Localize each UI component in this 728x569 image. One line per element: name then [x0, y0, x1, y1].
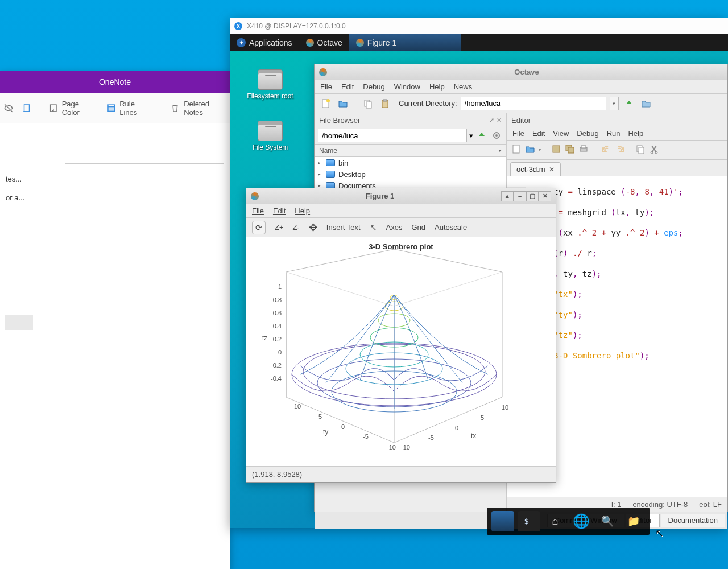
svg-text:0.4: 0.4	[273, 323, 282, 329]
path-settings-button[interactable]	[490, 129, 503, 142]
undock-button[interactable]: ⤢	[489, 117, 494, 124]
deleted-notes-label: Deleted Notes	[184, 100, 230, 117]
path-up-button[interactable]	[475, 129, 488, 142]
editor-toolbar: ▾	[507, 141, 727, 160]
editor-print-button[interactable]	[578, 144, 589, 156]
paste-button[interactable]	[378, 97, 392, 110]
hide-toolbar-button[interactable]	[3, 103, 14, 113]
editor-menu-help[interactable]: Help	[628, 129, 643, 138]
current-directory-input[interactable]	[461, 97, 606, 110]
list-item[interactable]: tes...	[6, 175, 33, 183]
save-all-icon	[565, 144, 575, 154]
octave-titlebar[interactable]: Octave	[315, 64, 727, 80]
dock-files[interactable]: 📁	[622, 511, 645, 531]
grid-button[interactable]: Grid	[411, 223, 425, 232]
dock-terminal[interactable]: $_	[518, 511, 540, 531]
close-button[interactable]: ✕	[539, 191, 551, 201]
figure-menu-edit[interactable]: Edit	[273, 207, 286, 215]
menu-edit[interactable]: Edit	[341, 83, 354, 91]
select-button[interactable]: ↖	[370, 222, 377, 233]
autoscale-button[interactable]: Autoscale	[435, 223, 467, 232]
svg-rect-12	[553, 146, 560, 152]
axes-button[interactable]: Axes	[386, 223, 403, 232]
name-column-header[interactable]: Name	[319, 147, 337, 155]
column-sort-icon[interactable]: ▾	[499, 148, 502, 154]
desktop-icon-fs[interactable]: File System	[245, 121, 296, 151]
menu-file[interactable]: File	[320, 83, 332, 91]
current-directory-dropdown[interactable]: ▾	[610, 97, 619, 110]
editor-redo-button[interactable]	[615, 144, 625, 156]
file-browser-row[interactable]: ▸Desktop	[315, 168, 506, 180]
maximize-button[interactable]: ▢	[526, 191, 539, 201]
path-dropdown[interactable]: ▾	[469, 131, 473, 140]
editor-menu-file[interactable]: File	[512, 129, 524, 138]
editor-copy-button[interactable]	[635, 144, 646, 156]
zoom-out-button[interactable]: Z-	[293, 223, 300, 232]
editor-menu-debug[interactable]: Debug	[577, 129, 598, 138]
taskbar-item-octave[interactable]: Octave	[299, 34, 349, 51]
editor-menu-edit[interactable]: Edit	[532, 129, 545, 138]
file-browser-columns[interactable]: Name ▾	[315, 145, 506, 157]
page-color-button[interactable]: Page Color	[48, 100, 98, 117]
editor-new-button[interactable]	[511, 144, 522, 156]
close-pane-button[interactable]: ✕	[497, 117, 502, 124]
close-tab-icon[interactable]: ✕	[549, 166, 555, 174]
separator	[162, 100, 162, 117]
editor-menu-view[interactable]: View	[553, 129, 569, 138]
dock-home[interactable]: ⌂	[544, 511, 566, 531]
editor-save-button[interactable]	[551, 144, 561, 156]
deleted-notes-button[interactable]: Deleted Notes	[170, 100, 230, 117]
onenote-titlebar[interactable]: OneNote	[0, 71, 230, 93]
page-color-icon	[48, 103, 59, 113]
applications-menu-button[interactable]: ✦ Applications	[230, 34, 299, 51]
pan-button[interactable]: ✥	[309, 221, 317, 234]
expand-icon[interactable]: ▸	[318, 160, 322, 166]
paper-size-button[interactable]	[22, 103, 32, 113]
dock-browser[interactable]: 🌐	[570, 511, 593, 531]
new-file-icon	[321, 98, 331, 109]
x410-titlebar[interactable]: X X410 @ DISPLAY=127.0.0.1:0.0	[230, 18, 728, 34]
figure-canvas[interactable]: 3-D Sombrero plot 10.80.6 0.40.20 -0.2-0…	[246, 237, 556, 466]
menu-debug[interactable]: Debug	[363, 83, 384, 91]
list-item[interactable]: or a...	[6, 193, 33, 202]
svg-text:5: 5	[481, 414, 484, 421]
minimize-button[interactable]: –	[514, 191, 526, 201]
figure-menu-help[interactable]: Help	[295, 207, 310, 215]
figure-titlebar[interactable]: Figure 1 ▴ – ▢ ✕	[246, 188, 556, 204]
menu-window[interactable]: Window	[394, 83, 420, 91]
editor-undo-button[interactable]	[601, 144, 611, 156]
applications-label: Applications	[249, 38, 292, 47]
dock-search[interactable]: 🔍	[596, 511, 619, 531]
dock-show-desktop[interactable]	[491, 511, 514, 531]
desktop-icon-fsroot[interactable]: Filesystem root	[245, 69, 296, 100]
editor-saveall-button[interactable]	[565, 144, 575, 156]
tab-documentation[interactable]: Documentation	[661, 514, 725, 527]
editor-menu-run[interactable]: Run	[607, 129, 621, 138]
new-file-button[interactable]	[319, 97, 333, 110]
copy-button[interactable]	[361, 97, 375, 110]
file-browser-path-input[interactable]	[318, 129, 467, 142]
dir-browse-button[interactable]	[639, 97, 653, 110]
taskbar-item-figure[interactable]: Figure 1	[349, 34, 461, 51]
expand-icon[interactable]: ▸	[318, 171, 322, 177]
open-file-button[interactable]	[336, 97, 350, 110]
rule-lines-button[interactable]: Rule Lines	[106, 100, 154, 117]
onenote-page[interactable]	[33, 123, 230, 569]
editor-open-button[interactable]	[525, 144, 535, 156]
drive-icon	[258, 69, 283, 90]
onenote-title-text: OneNote	[99, 77, 131, 86]
rollup-button[interactable]: ▴	[501, 191, 514, 201]
zoom-in-button[interactable]: Z+	[275, 223, 284, 232]
dir-up-button[interactable]	[622, 97, 636, 110]
file-browser-row[interactable]: ▸bin	[315, 157, 506, 168]
editor-cut-button[interactable]	[649, 144, 659, 156]
list-item-selected[interactable]	[5, 315, 33, 330]
editor-tab[interactable]: oct-3d.m ✕	[510, 162, 561, 176]
menu-news[interactable]: News	[454, 83, 473, 91]
rotate-button[interactable]: ⟳	[252, 221, 266, 234]
figure-menu-file[interactable]: File	[252, 207, 264, 215]
menu-help[interactable]: Help	[429, 83, 445, 91]
insert-text-button[interactable]: Insert Text	[326, 223, 361, 232]
rule-lines-icon	[106, 103, 117, 113]
file-browser-header: File Browser ⤢ ✕	[315, 113, 506, 127]
